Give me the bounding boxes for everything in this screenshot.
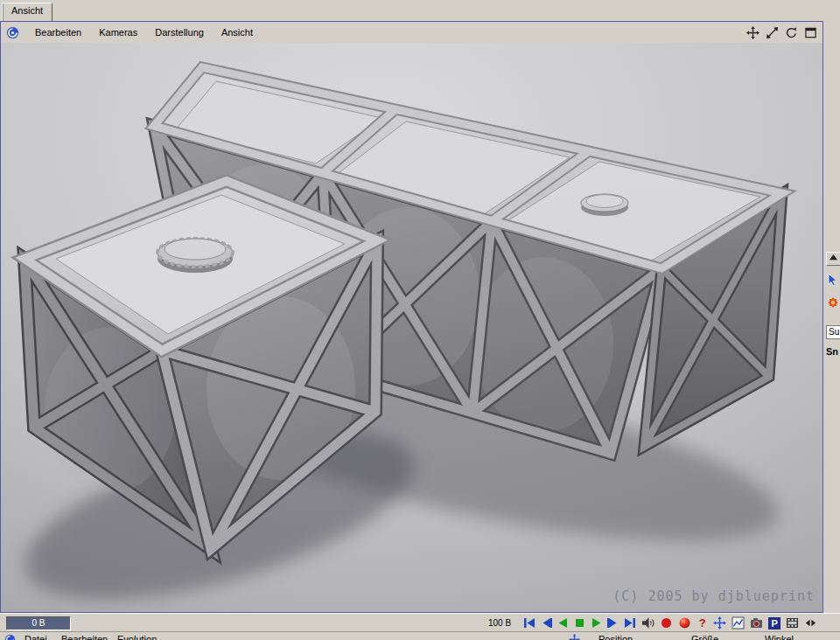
- bottom-coords-icon: [569, 634, 580, 640]
- stop-button[interactable]: [573, 616, 586, 630]
- bottom-menu-bearbeiten[interactable]: Bearbeiten: [61, 634, 108, 640]
- menu-bearbeiten[interactable]: Bearbeiten: [33, 25, 83, 39]
- viewport-menubar: Bearbeiten Kameras Darstellung Ansicht: [1, 22, 822, 44]
- record-icon[interactable]: [660, 616, 673, 630]
- right-panel: Su Sn: [823, 21, 840, 613]
- rendered-scene: (C) 2005 by djblueprint: [1, 43, 822, 612]
- play-backward-button[interactable]: [556, 616, 570, 630]
- move-tool-icon[interactable]: [713, 616, 726, 630]
- filmstrip-icon[interactable]: [786, 616, 799, 630]
- column-header-winkel: Winkel: [765, 634, 794, 640]
- help-icon[interactable]: ?: [696, 616, 708, 630]
- tank-cap-small: [581, 194, 628, 216]
- menu-ansicht[interactable]: Ansicht: [220, 25, 255, 39]
- spinner-up-icon[interactable]: [826, 252, 840, 266]
- status-bar: 0 B 100 B: [0, 613, 840, 632]
- panel-expand-arrows-icon[interactable]: [804, 616, 817, 630]
- bottom-menu-evolution[interactable]: Evolution: [117, 634, 157, 640]
- star-icon[interactable]: [826, 296, 840, 311]
- column-header-groesse: Größe: [691, 634, 718, 640]
- bottom-menu-datei[interactable]: Datei: [24, 634, 47, 640]
- column-header-position: Position: [598, 634, 633, 640]
- tab-strip: Ansicht: [0, 0, 840, 21]
- bottom-app-swirl-icon: [4, 634, 16, 640]
- app-swirl-icon: [6, 26, 19, 39]
- render-viewport[interactable]: (C) 2005 by djblueprint: [1, 43, 822, 612]
- camera-icon[interactable]: [750, 616, 763, 630]
- play-forward-button[interactable]: [590, 616, 603, 630]
- tab-label: Ansicht: [11, 5, 43, 16]
- cursor-icon[interactable]: [826, 273, 840, 289]
- graph-icon[interactable]: [732, 616, 745, 630]
- jump-end-button[interactable]: [623, 616, 636, 630]
- memory-field: 0 B: [6, 616, 71, 630]
- p-button[interactable]: P: [768, 617, 780, 630]
- tank-cap-large: [158, 239, 233, 273]
- rotate-view-icon[interactable]: [785, 26, 798, 39]
- status-right-cluster: 100 B: [488, 615, 817, 631]
- tab-ansicht[interactable]: Ansicht: [2, 3, 52, 21]
- su-field[interactable]: Su: [826, 325, 840, 339]
- application-window: Ansicht Bearbeiten Kameras Darstellung A…: [0, 0, 840, 640]
- step-back-button[interactable]: [540, 616, 553, 630]
- watermark: (C) 2005 by djblueprint: [612, 588, 815, 604]
- pan-view-icon[interactable]: [746, 26, 760, 39]
- menu-darstellung[interactable]: Darstellung: [153, 25, 206, 39]
- scale-view-icon[interactable]: [766, 26, 779, 39]
- sn-label: Sn: [826, 346, 838, 357]
- jump-start-button[interactable]: [523, 616, 536, 630]
- toggle-view-icon[interactable]: [804, 26, 817, 39]
- bottom-bar: Datei Bearbeiten Evolution Position Größ…: [0, 631, 840, 640]
- menu-kameras[interactable]: Kameras: [97, 25, 139, 39]
- speaker-icon[interactable]: [641, 616, 654, 630]
- render-ball-icon[interactable]: [678, 616, 691, 630]
- view-control-icons: [746, 26, 822, 39]
- step-forward-button[interactable]: [606, 616, 620, 630]
- view-window: Bearbeiten Kameras Darstellung Ansicht: [0, 21, 823, 613]
- frame-counter: 100 B: [488, 618, 511, 628]
- su-field-text: Su: [829, 327, 839, 337]
